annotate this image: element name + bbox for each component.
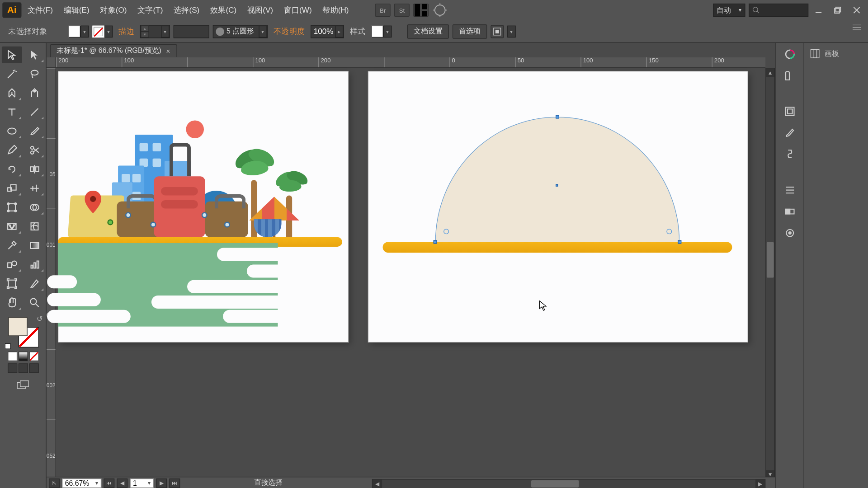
horizontal-scrollbar[interactable]: ◀ ▶ (372, 479, 765, 488)
menu-file[interactable]: 文件(F) (23, 3, 57, 18)
transparency-panel-icon[interactable] (782, 204, 797, 219)
menu-view[interactable]: 视图(V) (242, 3, 278, 18)
column-graph-tool[interactable] (24, 256, 44, 273)
perspective-grid-tool[interactable] (1, 218, 22, 235)
brush-definition-dropdown[interactable]: 5 点圆形 ▾ (213, 25, 268, 38)
ruler-vertical[interactable]: 50100150200250300 (47, 68, 56, 479)
graphic-style-swatch[interactable]: ▾ (372, 25, 392, 37)
hscroll-thumb[interactable] (531, 480, 579, 488)
menu-type[interactable]: 文字(T) (133, 3, 168, 18)
scale-tool[interactable] (1, 180, 22, 197)
stroke-width-input[interactable]: ▴▾ ▾ (140, 25, 170, 38)
artboard-tool[interactable] (1, 275, 22, 292)
artboards-panel-button[interactable]: 画板 (809, 47, 863, 59)
draw-normal[interactable] (7, 363, 17, 373)
artboard-1[interactable] (58, 71, 348, 342)
window-minimize-button[interactable] (811, 4, 826, 17)
menu-effect[interactable]: 效果(C) (206, 3, 241, 18)
paintbrush-tool[interactable] (24, 123, 44, 140)
workspace-switcher[interactable]: 自动 ▾ (713, 4, 745, 17)
variable-width-profile[interactable] (174, 25, 209, 38)
stroke-label[interactable]: 描边 (116, 26, 137, 37)
zoom-tool[interactable] (24, 294, 44, 311)
shape-dome[interactable] (435, 117, 680, 242)
color-mode-none[interactable] (29, 352, 38, 361)
swap-fill-stroke-icon[interactable]: ↺ (37, 314, 42, 323)
align-to-dropdown[interactable]: ▾ (507, 25, 515, 37)
window-close-button[interactable] (849, 4, 864, 17)
type-tool[interactable] (1, 103, 22, 120)
appearance-panel-icon[interactable] (782, 225, 797, 240)
fill-stroke-indicator[interactable]: ↺ (8, 317, 38, 347)
color-panel-icon[interactable] (782, 47, 797, 62)
scroll-left-icon[interactable]: ◀ (373, 480, 382, 488)
opacity-input[interactable]: 100% ▸ (311, 25, 344, 38)
gradient-tool[interactable] (24, 237, 44, 254)
stock-button[interactable]: St (394, 4, 410, 17)
vertical-scrollbar[interactable]: ▲ ▼ (765, 68, 775, 479)
menu-help[interactable]: 帮助(H) (318, 3, 354, 18)
search-input[interactable] (749, 4, 808, 17)
rotate-tool[interactable] (1, 161, 22, 178)
document-tab[interactable]: 未标题-1* @ 66.67% (RGB/预览) × (50, 44, 177, 57)
draw-behind[interactable] (18, 363, 28, 373)
controlbar-menu-icon[interactable] (853, 24, 863, 33)
artboard-first-button[interactable]: ⏮ (104, 478, 114, 488)
bridge-button[interactable]: Br (375, 4, 391, 17)
slice-tool[interactable] (24, 275, 44, 292)
eyedropper-tool[interactable] (1, 237, 22, 254)
stroke-panel-icon[interactable] (782, 103, 797, 119)
screen-mode-button[interactable] (15, 379, 31, 392)
lasso-tool[interactable] (24, 66, 44, 82)
draw-inside[interactable] (29, 363, 38, 373)
vscroll-thumb[interactable] (767, 242, 774, 278)
window-restore-button[interactable] (830, 4, 845, 17)
artboard-next-button[interactable]: ▶ (156, 478, 167, 488)
reflect-tool[interactable] (24, 161, 44, 178)
shape-builder-tool[interactable] (24, 199, 44, 216)
scissors-tool[interactable] (24, 142, 44, 159)
anchor-point[interactable] (556, 115, 559, 119)
vscroll-track[interactable] (766, 77, 774, 470)
default-fill-stroke-icon[interactable] (5, 343, 10, 349)
width-tool[interactable] (24, 180, 44, 197)
fill-swatch[interactable]: ▾ (69, 25, 89, 37)
blend-tool[interactable] (1, 256, 22, 273)
line-segment-tool[interactable] (24, 103, 44, 120)
fill-color-swatch[interactable] (8, 317, 27, 336)
mesh-tool[interactable] (24, 218, 44, 235)
document-setup-button[interactable]: 文档设置 (407, 24, 449, 38)
gpu-preview-icon[interactable] (432, 4, 448, 17)
brushes-panel-icon[interactable] (782, 125, 797, 141)
menu-edit[interactable]: 编辑(E) (59, 3, 94, 18)
document-tab-close-icon[interactable]: × (166, 47, 170, 55)
ruler-horizontal[interactable]: 200100100200050100150200250 (56, 57, 765, 68)
selection-tool[interactable] (1, 47, 22, 63)
artboard-prev-button[interactable]: ◀ (117, 478, 127, 488)
canvas[interactable]: 200100100200050100150200250 501001502002… (47, 57, 775, 488)
stroke-swatch[interactable]: ▾ (92, 25, 113, 37)
preferences-button[interactable]: 首选项 (453, 24, 487, 38)
menu-object[interactable]: 对象(O) (95, 3, 132, 18)
menu-window[interactable]: 窗口(W) (279, 3, 316, 18)
anchor-point[interactable] (678, 240, 681, 244)
ruler-origin[interactable] (47, 57, 56, 68)
menu-select[interactable]: 选择(S) (169, 3, 204, 18)
swatches-panel-icon[interactable] (782, 68, 797, 83)
ellipse-tool[interactable] (1, 123, 22, 140)
scroll-up-icon[interactable]: ▲ (766, 69, 774, 77)
curvature-tool[interactable] (24, 84, 44, 101)
free-transform-tool[interactable] (1, 199, 22, 216)
direct-selection-tool[interactable] (24, 47, 44, 63)
hand-tool[interactable] (1, 294, 22, 311)
magic-wand-tool[interactable] (1, 66, 22, 82)
layers-panel-icon[interactable] (782, 183, 797, 198)
color-mode-solid[interactable] (7, 352, 17, 361)
corner-widget[interactable] (443, 229, 449, 234)
artboard-number-input[interactable]: 1 ▾ (130, 478, 154, 488)
opacity-label[interactable]: 不透明度 (271, 26, 307, 37)
artboard-2[interactable] (368, 71, 748, 342)
anchor-point[interactable] (434, 240, 437, 244)
pencil-tool[interactable] (1, 142, 22, 159)
arrange-documents-button[interactable] (413, 4, 429, 17)
